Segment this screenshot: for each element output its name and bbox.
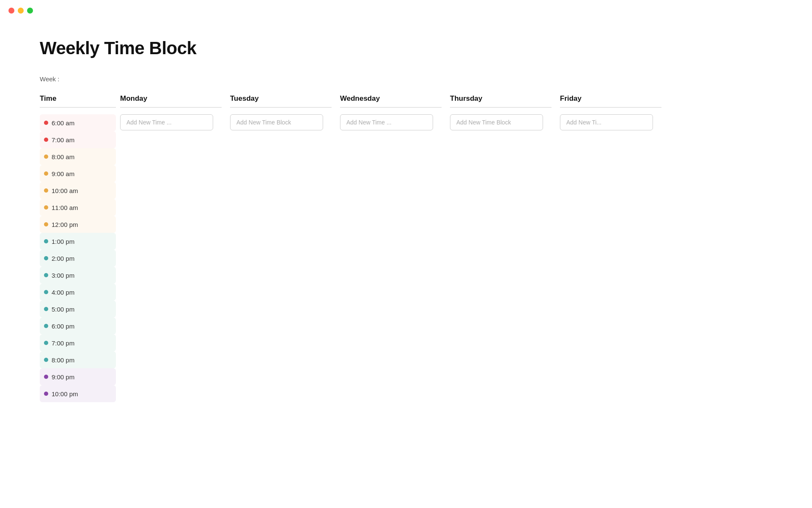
time-slot-label-4: 10:00 am bbox=[52, 187, 78, 194]
traffic-lights bbox=[0, 0, 812, 21]
page-title: Weekly Time Block bbox=[40, 38, 772, 58]
time-dot-11 bbox=[44, 307, 48, 311]
time-column-header: Time 6:00 am7:00 am8:00 am9:00 am10:00 a… bbox=[40, 94, 116, 402]
time-dot-13 bbox=[44, 341, 48, 345]
time-slot-5: 11:00 am bbox=[40, 199, 116, 216]
main-content: Weekly Time Block Week : Time 6:00 am7:0… bbox=[0, 21, 812, 419]
time-slot-label-14: 8:00 pm bbox=[52, 356, 74, 364]
time-header-label: Time bbox=[40, 94, 116, 108]
time-slot-10: 4:00 pm bbox=[40, 284, 116, 301]
time-slot-label-16: 10:00 pm bbox=[52, 390, 78, 398]
close-button[interactable] bbox=[8, 8, 14, 14]
time-slot-2: 8:00 am bbox=[40, 148, 116, 165]
time-dot-4 bbox=[44, 188, 48, 193]
friday-header: Friday bbox=[560, 94, 661, 108]
thursday-column: Thursday Add New Time Block bbox=[446, 94, 556, 402]
time-slot-6: 12:00 pm bbox=[40, 216, 116, 233]
time-slot-15: 9:00 pm bbox=[40, 368, 116, 385]
time-slot-label-7: 1:00 pm bbox=[52, 238, 74, 245]
wednesday-header: Wednesday bbox=[340, 94, 442, 108]
time-slot-label-11: 5:00 pm bbox=[52, 306, 74, 313]
monday-add-button[interactable]: Add New Time ... bbox=[120, 114, 213, 130]
fullscreen-button[interactable] bbox=[27, 8, 33, 14]
time-slot-label-2: 8:00 am bbox=[52, 153, 74, 160]
time-slot-9: 3:00 pm bbox=[40, 267, 116, 284]
monday-header: Monday bbox=[120, 94, 222, 108]
time-slot-label-9: 3:00 pm bbox=[52, 272, 74, 279]
tuesday-column: Tuesday Add New Time Block bbox=[226, 94, 336, 402]
time-slot-12: 6:00 pm bbox=[40, 318, 116, 334]
time-dot-6 bbox=[44, 222, 48, 226]
time-slot-label-1: 7:00 am bbox=[52, 136, 74, 144]
calendar-grid: Time 6:00 am7:00 am8:00 am9:00 am10:00 a… bbox=[40, 94, 772, 402]
time-slot-0: 6:00 am bbox=[40, 114, 116, 131]
time-dot-8 bbox=[44, 256, 48, 260]
tuesday-header: Tuesday bbox=[230, 94, 332, 108]
time-dot-3 bbox=[44, 171, 48, 176]
time-slot-label-5: 11:00 am bbox=[52, 204, 78, 211]
week-label: Week : bbox=[40, 75, 772, 83]
time-slot-11: 5:00 pm bbox=[40, 301, 116, 318]
wednesday-column: Wednesday Add New Time ... bbox=[336, 94, 446, 402]
wednesday-add-button[interactable]: Add New Time ... bbox=[340, 114, 433, 130]
thursday-header: Thursday bbox=[450, 94, 551, 108]
time-dot-0 bbox=[44, 121, 48, 125]
time-slot-label-6: 12:00 pm bbox=[52, 221, 78, 228]
time-dot-2 bbox=[44, 155, 48, 159]
time-slot-13: 7:00 pm bbox=[40, 334, 116, 351]
time-slot-label-12: 6:00 pm bbox=[52, 323, 74, 330]
time-slots-list: 6:00 am7:00 am8:00 am9:00 am10:00 am11:0… bbox=[40, 114, 116, 402]
time-slot-label-3: 9:00 am bbox=[52, 170, 74, 177]
friday-column: Friday Add New Ti... bbox=[556, 94, 666, 402]
time-dot-15 bbox=[44, 375, 48, 379]
time-slot-3: 9:00 am bbox=[40, 165, 116, 182]
time-dot-9 bbox=[44, 273, 48, 277]
time-slot-8: 2:00 pm bbox=[40, 250, 116, 267]
time-slot-label-0: 6:00 am bbox=[52, 119, 74, 127]
friday-add-button[interactable]: Add New Ti... bbox=[560, 114, 653, 130]
time-dot-12 bbox=[44, 324, 48, 328]
time-slot-7: 1:00 pm bbox=[40, 233, 116, 250]
time-slot-16: 10:00 pm bbox=[40, 385, 116, 402]
time-dot-7 bbox=[44, 239, 48, 243]
time-dot-1 bbox=[44, 138, 48, 142]
time-dot-14 bbox=[44, 358, 48, 362]
thursday-add-button[interactable]: Add New Time Block bbox=[450, 114, 543, 130]
time-slot-1: 7:00 am bbox=[40, 131, 116, 148]
time-slot-14: 8:00 pm bbox=[40, 351, 116, 368]
time-slot-label-8: 2:00 pm bbox=[52, 255, 74, 262]
time-slot-4: 10:00 am bbox=[40, 182, 116, 199]
time-slot-label-13: 7:00 pm bbox=[52, 340, 74, 347]
minimize-button[interactable] bbox=[18, 8, 24, 14]
monday-column: Monday Add New Time ... bbox=[116, 94, 226, 402]
time-slot-label-10: 4:00 pm bbox=[52, 289, 74, 296]
time-dot-5 bbox=[44, 205, 48, 210]
tuesday-add-button[interactable]: Add New Time Block bbox=[230, 114, 323, 130]
time-dot-16 bbox=[44, 392, 48, 396]
time-dot-10 bbox=[44, 290, 48, 294]
time-slot-label-15: 9:00 pm bbox=[52, 373, 74, 381]
